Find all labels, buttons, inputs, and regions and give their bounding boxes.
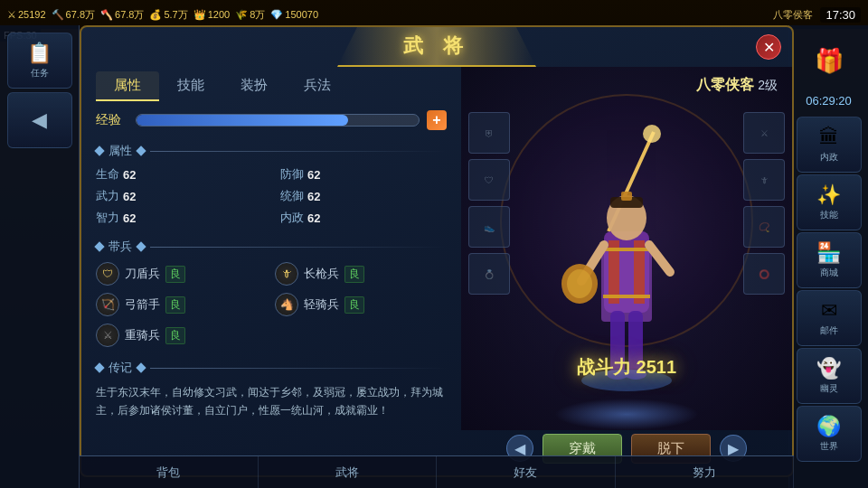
list-item: 🐴 轻骑兵 良 xyxy=(275,293,447,316)
tab-appearance[interactable]: 装扮 xyxy=(222,71,286,101)
troop-name-0: 刀盾兵 xyxy=(125,266,160,282)
equip-slot-waist[interactable]: ⭕ xyxy=(743,253,785,295)
svg-rect-7 xyxy=(603,295,650,298)
bio-diamond-left xyxy=(94,362,104,372)
collapse-icon: ◀ xyxy=(32,108,47,132)
stat-axe: 🪓 67.8万 xyxy=(100,8,144,22)
char-level: 2级 xyxy=(758,78,778,92)
bow-troop-icon: 🏹 xyxy=(96,293,119,316)
equip-slot-boots[interactable]: 👟 xyxy=(468,206,510,248)
stat-cmd-label: 统御 xyxy=(280,188,304,204)
sidebar-item-internal-affairs[interactable]: 🏛 内政 xyxy=(797,117,862,173)
troop-name-3: 轻骑兵 xyxy=(304,296,339,313)
list-item: 🏹 弓箭手 良 xyxy=(96,293,268,316)
gold-icon: 💰 xyxy=(149,9,162,21)
list-item: ⚔ 重骑兵 良 xyxy=(96,324,268,347)
stat-int-label: 智力 xyxy=(96,210,119,226)
sidebar-item-world[interactable]: 🌍 世界 xyxy=(797,406,862,462)
troops-diamond-left xyxy=(94,241,104,251)
bottom-nav-friends[interactable]: 好友 xyxy=(437,456,616,488)
stat-hp-label: 生命 xyxy=(96,166,119,183)
server-name: 八零侯客 xyxy=(773,8,813,22)
hammer-icon: 🔨 xyxy=(52,9,64,21)
equip-slot-armor[interactable]: 🛡 xyxy=(468,159,510,201)
bottom-nav-generals[interactable]: 武将 xyxy=(259,456,438,488)
equip-slot-weapon[interactable]: ⚔ xyxy=(743,112,785,154)
char-name: 八零侠客 xyxy=(696,77,754,92)
internal-affairs-icon: 🏛 xyxy=(819,126,839,149)
heavy-cavalry-icon: ⚔ xyxy=(96,324,119,347)
troop-name-4: 重骑兵 xyxy=(125,327,160,343)
light-cavalry-icon: 🐴 xyxy=(275,293,298,316)
session-timer: 06:29:20 xyxy=(806,94,852,108)
stats-grid: 生命 62 防御 62 武力 62 统御 62 智力 62 内政 62 xyxy=(96,166,447,226)
list-item: 🗡 长枪兵 良 xyxy=(275,262,447,286)
list-item: 🛡 刀盾兵 良 xyxy=(96,262,268,286)
bio-divider: 传记 xyxy=(96,360,447,376)
equip-slot-offhand[interactable]: 🗡 xyxy=(743,159,785,201)
troop-quality-0: 良 xyxy=(165,266,185,283)
bottom-nav: 背包 武将 好友 努力 xyxy=(80,455,794,488)
crown-icon: 👑 xyxy=(193,9,206,21)
svg-line-12 xyxy=(649,245,670,272)
tab-skills[interactable]: 技能 xyxy=(159,71,222,101)
stat-hammer: 🔨 67.8万 xyxy=(52,8,95,22)
combat-power-display: 战斗力 2511 xyxy=(461,355,792,380)
troop-name-2: 弓箭手 xyxy=(125,296,160,313)
ghost-label: 幽灵 xyxy=(820,382,838,395)
panel-title-bar: 武 将 ✕ xyxy=(81,27,792,67)
svg-rect-10 xyxy=(621,192,632,201)
stat-int-value: 62 xyxy=(123,211,136,225)
top-stats: ⚔ 25192 🔨 67.8万 🪓 67.8万 💰 5.7万 👑 1200 🌾 … xyxy=(7,8,318,22)
sidebar-item-ghost[interactable]: 👻 幽灵 xyxy=(797,348,862,404)
stat-def-label: 防御 xyxy=(280,166,304,183)
stat-atk-value: 62 xyxy=(123,190,136,203)
tab-tactics[interactable]: 兵法 xyxy=(286,71,349,101)
bottom-nav-backpack[interactable]: 背包 xyxy=(80,456,259,488)
equip-slot-helm[interactable]: ⛨ xyxy=(468,112,510,154)
bio-section-label: 传记 xyxy=(108,360,132,376)
right-sidebar: 🎁 06:29:20 🏛 内政 ✨ 技能 🏪 商城 ✉ 邮件 👻 幽灵 🌍 世界 xyxy=(788,25,868,488)
char-platform xyxy=(554,399,699,430)
sidebar-item-task[interactable]: 📋 任务 xyxy=(7,33,72,89)
exp-plus-button[interactable]: + xyxy=(427,110,447,130)
divider-line xyxy=(150,151,447,152)
stat-atk: 武力 62 xyxy=(96,188,262,204)
sidebar-collapse-btn[interactable]: ◀ xyxy=(7,92,72,148)
svg-point-1 xyxy=(643,125,661,143)
bio-divider-line xyxy=(150,368,447,369)
troop-name-1: 长枪兵 xyxy=(304,266,339,282)
sidebar-item-shop[interactable]: 🏪 商城 xyxy=(797,232,862,288)
troops-divider: 带兵 xyxy=(96,239,447,255)
bottom-nav-effort[interactable]: 努力 xyxy=(616,456,795,488)
gift-icon: 🎁 xyxy=(815,47,844,75)
stat-grain: 🌾 8万 xyxy=(235,8,265,22)
time-display: 17:30 xyxy=(820,7,861,23)
shop-icon: 🏪 xyxy=(816,241,841,265)
tab-attributes[interactable]: 属性 xyxy=(96,71,159,101)
equip-slot-neck[interactable]: 📿 xyxy=(743,206,785,248)
sidebar-item-mail[interactable]: ✉ 邮件 xyxy=(797,290,862,346)
stat-gov: 内政 62 xyxy=(280,210,447,226)
troop-quality-2: 良 xyxy=(165,296,185,314)
mail-icon: ✉ xyxy=(821,299,837,323)
exp-bar-fill xyxy=(137,115,348,126)
stat-hp: 生命 62 xyxy=(96,166,262,183)
internal-affairs-label: 内政 xyxy=(820,151,838,164)
mail-label: 邮件 xyxy=(820,324,838,337)
gift-button[interactable]: 🎁 xyxy=(797,33,862,89)
character-display: 八零侠客 2级 ⛨ 🛡 👟 💍 ⚔ 🗡 📿 ⭕ xyxy=(461,67,792,430)
stat-def: 防御 62 xyxy=(280,166,447,183)
left-sidebar: 📋 任务 ◀ xyxy=(0,25,80,488)
equip-slot-ring[interactable]: 💍 xyxy=(468,253,510,295)
exp-label: 经验 xyxy=(96,112,128,128)
troops-diamond-right xyxy=(136,241,146,251)
troop-quality-4: 良 xyxy=(165,327,185,344)
stat-gov-value: 62 xyxy=(307,211,320,225)
sidebar-item-skills[interactable]: ✨ 技能 xyxy=(797,174,862,230)
gem-icon: 💎 xyxy=(270,9,283,21)
close-button[interactable]: ✕ xyxy=(756,34,781,60)
troops-divider-line xyxy=(150,247,447,248)
stat-gov-label: 内政 xyxy=(280,210,304,226)
exp-row: 经验 + xyxy=(96,110,447,130)
